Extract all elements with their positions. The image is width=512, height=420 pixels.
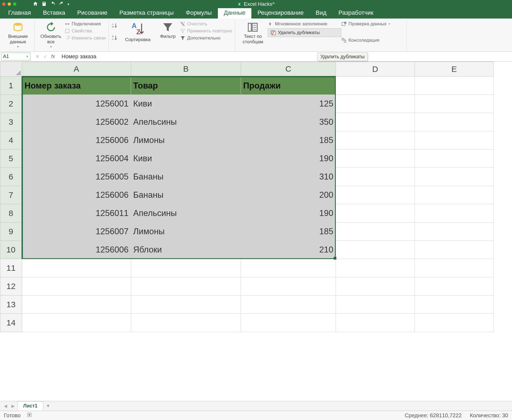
column-header-B[interactable]: B <box>131 62 241 77</box>
data-validation-button[interactable]: Проверка данных▼ <box>341 21 404 27</box>
cell[interactable]: 1256007 <box>22 223 131 241</box>
sort-desc-icon[interactable]: ЯА <box>111 35 118 42</box>
cell[interactable]: Бананы <box>131 168 241 186</box>
cell[interactable]: 190 <box>241 150 336 168</box>
row-header-13[interactable]: 13 <box>0 296 22 314</box>
cell[interactable]: 1256005 <box>22 168 131 186</box>
cell[interactable]: 350 <box>241 113 336 131</box>
cell[interactable] <box>415 277 494 296</box>
cell[interactable] <box>241 277 336 296</box>
reapply-filter-button[interactable]: Применить повторно <box>180 28 232 34</box>
row-header-10[interactable]: 10 <box>0 241 22 259</box>
properties-button[interactable]: Свойства <box>65 28 106 34</box>
row-header-9[interactable]: 9 <box>0 223 22 241</box>
formula-input[interactable]: Номер заказа <box>59 53 512 60</box>
row-header-2[interactable]: 2 <box>0 95 22 113</box>
consolidate-button[interactable]: Консолидация <box>341 38 404 43</box>
refresh-all-button[interactable]: Обновить все ▼ <box>37 20 65 48</box>
tab-data[interactable]: Данные <box>218 7 251 19</box>
cell[interactable] <box>336 241 415 259</box>
cell[interactable] <box>336 277 415 296</box>
tab-insert[interactable]: Вставка <box>37 7 71 19</box>
cell[interactable]: 1256011 <box>22 204 131 223</box>
cell[interactable]: 185 <box>241 223 336 241</box>
edit-links-button[interactable]: Изменить связи <box>65 35 106 41</box>
column-header-A[interactable]: A <box>22 62 131 77</box>
tab-home[interactable]: Главная <box>2 7 37 19</box>
cell[interactable] <box>131 259 241 277</box>
cell[interactable] <box>415 168 494 186</box>
cell[interactable]: Лимоны <box>131 131 241 150</box>
cell[interactable] <box>336 314 415 332</box>
close-window-button[interactable] <box>2 2 5 6</box>
cell[interactable]: 185 <box>241 131 336 150</box>
column-header-D[interactable]: D <box>336 62 415 77</box>
clear-filter-button[interactable]: Очистить <box>180 21 232 27</box>
cell[interactable]: 1256006 <box>22 241 131 259</box>
cell[interactable]: 190 <box>241 204 336 223</box>
row-header-11[interactable]: 11 <box>0 259 22 277</box>
cell[interactable] <box>415 77 494 95</box>
cell[interactable] <box>336 223 415 241</box>
cell[interactable] <box>336 168 415 186</box>
tab-draw[interactable]: Рисование <box>71 7 114 19</box>
home-icon[interactable] <box>33 1 38 7</box>
cell[interactable]: Киви <box>131 150 241 168</box>
tab-page-layout[interactable]: Разметка страницы <box>113 7 180 19</box>
cell[interactable] <box>336 95 415 113</box>
cell[interactable]: 210 <box>241 241 336 259</box>
cell[interactable]: Номер заказа <box>22 77 131 95</box>
row-header-6[interactable]: 6 <box>0 168 22 186</box>
cell[interactable]: Продажи <box>241 77 336 95</box>
column-header-C[interactable]: C <box>241 62 336 77</box>
row-header-7[interactable]: 7 <box>0 186 22 204</box>
cell[interactable] <box>415 95 494 113</box>
cell[interactable] <box>415 223 494 241</box>
cell[interactable] <box>131 277 241 296</box>
cell[interactable] <box>22 296 131 314</box>
tab-formulas[interactable]: Формулы <box>180 7 218 19</box>
cell[interactable] <box>241 259 336 277</box>
cell[interactable] <box>415 204 494 223</box>
cell[interactable] <box>415 113 494 131</box>
cell[interactable] <box>336 259 415 277</box>
flash-fill-button[interactable]: Мгновенное заполнение <box>268 21 341 27</box>
sort-button[interactable]: AZ Сортировка <box>120 20 156 42</box>
tab-review[interactable]: Рецензирование <box>251 7 310 19</box>
row-header-3[interactable]: 3 <box>0 113 22 131</box>
filter-button[interactable]: Фильтр <box>156 20 180 39</box>
save-icon[interactable] <box>41 1 47 7</box>
cell[interactable] <box>336 296 415 314</box>
minimize-window-button[interactable] <box>8 2 11 6</box>
external-data-button[interactable]: Внешние данные ▼ <box>4 20 32 48</box>
cell[interactable]: 1256006 <box>22 131 131 150</box>
cell[interactable] <box>336 77 415 95</box>
tab-view[interactable]: Вид <box>310 7 333 19</box>
cell[interactable]: Апельсины <box>131 204 241 223</box>
maximize-window-button[interactable] <box>13 2 16 6</box>
cell[interactable] <box>336 186 415 204</box>
cell[interactable]: Апельсины <box>131 113 241 131</box>
tab-developer[interactable]: Разработчик <box>333 7 379 19</box>
cell[interactable]: 125 <box>241 95 336 113</box>
macro-record-icon[interactable] <box>27 412 32 419</box>
cell[interactable]: Киви <box>131 95 241 113</box>
undo-icon[interactable] <box>50 1 56 7</box>
cell[interactable] <box>415 131 494 150</box>
cell[interactable] <box>415 186 494 204</box>
accept-formula-icon[interactable]: ✓ <box>43 54 47 60</box>
cell[interactable] <box>415 150 494 168</box>
cell[interactable] <box>336 131 415 150</box>
cell[interactable]: 310 <box>241 168 336 186</box>
cell[interactable]: 1256006 <box>22 186 131 204</box>
add-sheet-button[interactable]: + <box>44 402 52 410</box>
cell[interactable] <box>241 314 336 332</box>
row-header-5[interactable]: 5 <box>0 150 22 168</box>
cell[interactable]: Бананы <box>131 186 241 204</box>
cell[interactable]: Лимоны <box>131 223 241 241</box>
cell[interactable] <box>336 204 415 223</box>
name-box[interactable]: A1 ▼ <box>1 53 31 60</box>
cancel-formula-icon[interactable]: ✕ <box>35 54 39 60</box>
advanced-filter-button[interactable]: Дополнительно <box>180 35 232 41</box>
sort-asc-icon[interactable]: АЯ <box>111 22 118 30</box>
